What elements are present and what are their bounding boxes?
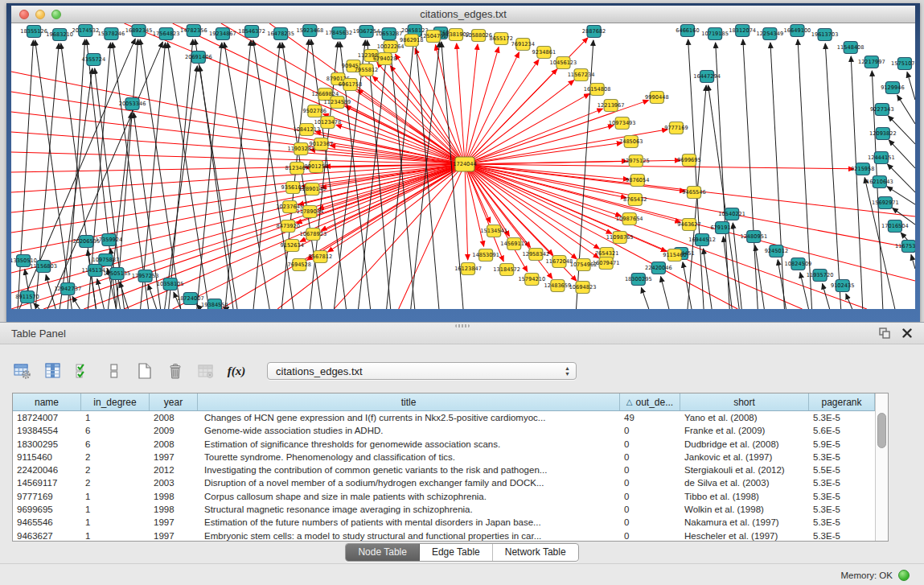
graph-node-yellow[interactable]: 9990448 [645, 92, 668, 104]
table-row[interactable]: 1830029562008Estimation of significance … [13, 438, 888, 451]
graph-node-teal[interactable]: 4355724 [82, 54, 105, 66]
tab-edge-table[interactable]: Edge Table [420, 544, 493, 561]
graph-node-teal[interactable]: 16210643 [866, 176, 893, 188]
graph-node-yellow[interactable]: 9699695 [677, 154, 700, 167]
graph-node-teal[interactable]: 14782356 [180, 25, 207, 37]
minimize-window-button[interactable] [35, 10, 45, 19]
select-all-columns-icon[interactable] [72, 360, 95, 382]
graph-node-yellow[interactable]: 14853091 [472, 249, 499, 262]
graph-node-yellow[interactable]: 13184572 [493, 264, 520, 276]
column-header-in-degree[interactable]: in_degree [81, 393, 150, 410]
table-vertical-scrollbar[interactable] [875, 393, 888, 541]
graph-node-yellow[interactable]: 8765432 [623, 194, 647, 206]
memory-ok-indicator[interactable] [898, 570, 910, 581]
table-row[interactable]: 1456911722003Disruption of a novel membe… [13, 476, 888, 489]
graph-node-teal[interactable]: 11548408 [837, 42, 864, 54]
graph-hub-node[interactable]: 1724044 [453, 157, 476, 171]
table-row[interactable]: 911546021997Tourette syndrome. Phenomeno… [13, 451, 888, 463]
graph-node-teal[interactable]: 12093822 [869, 128, 897, 140]
column-header-year[interactable]: year [150, 393, 198, 410]
graph-node-teal[interactable]: 12444151 [868, 152, 895, 164]
graph-node-teal[interactable]: 12254349 [756, 28, 783, 40]
graph-node-teal[interactable]: 18724007 [177, 293, 204, 305]
graph-node-teal[interactable]: 17016504 [881, 220, 909, 233]
table-row[interactable]: 969969511998Structural magnetic resonanc… [13, 503, 888, 516]
function-builder-icon[interactable]: f(x) [225, 360, 248, 382]
graph-node-yellow[interactable]: 12483659 [544, 280, 572, 292]
column-header-pagerank[interactable]: pagerank [809, 393, 875, 410]
graph-node-teal[interactable]: 9129946 [881, 82, 904, 94]
graph-node-teal[interactable]: 18312074 [729, 25, 756, 37]
table-row[interactable]: 946362711997Embryonic stem cells: a mode… [13, 529, 888, 542]
graph-node-yellow[interactable]: 16154808 [584, 84, 611, 96]
graph-node-teal[interactable]: 12480951 [740, 231, 767, 243]
graph-node-teal[interactable]: 19384554 [201, 299, 228, 310]
graph-node-teal[interactable]: 15923468 [296, 25, 323, 37]
delete-column-trash-icon[interactable] [164, 360, 187, 382]
panel-drag-handle[interactable] [455, 324, 470, 328]
graph-node-yellow[interactable]: 10694823 [569, 282, 597, 294]
graph-node-teal[interactable]: 10540221 [718, 208, 745, 220]
graph-node-teal[interactable]: 18300295 [625, 274, 652, 286]
column-header-name[interactable]: name [13, 393, 81, 410]
table-selector-dropdown[interactable]: citations_edges.txt ▲▼ [267, 362, 577, 380]
graph-node-teal[interactable]: 19613703 [811, 29, 839, 41]
graph-node-yellow[interactable]: 9465546 [682, 187, 705, 199]
graph-node-yellow[interactable]: 8655172 [489, 33, 512, 45]
zoom-window-button[interactable] [51, 10, 61, 19]
graph-node-teal[interactable]: 10824509 [785, 258, 812, 270]
table-row[interactable]: 1938455462009Genome-wide association stu… [13, 424, 888, 437]
graph-node-yellow[interactable]: 7691234 [511, 39, 535, 51]
network-canvas[interactable]: 1835512619683210201745321537824616892345… [11, 23, 915, 309]
tab-network-table[interactable]: Network Table [493, 544, 578, 561]
graph-node-yellow[interactable]: 11672048 [546, 256, 573, 268]
graph-node-yellow[interactable]: 15794210 [518, 274, 545, 286]
column-header-title[interactable]: title [198, 393, 620, 410]
graph-node-teal[interactable]: 17845632 [326, 27, 353, 39]
close-panel-icon[interactable] [900, 326, 914, 340]
window-titlebar[interactable]: citations_edges.txt [11, 6, 915, 23]
table-row[interactable]: 977716911998Corpus callosum shape and si… [13, 490, 888, 503]
graph-node-yellow[interactable]: 9234861 [532, 47, 556, 59]
graph-node-yellow[interactable]: 10973493 [609, 117, 636, 130]
graph-node-teal[interactable]: 15378246 [98, 28, 125, 40]
column-header-short[interactable]: short [680, 393, 809, 410]
graph-node-teal[interactable]: 12217997 [858, 56, 885, 68]
graph-node-yellow[interactable]: 12975125 [622, 155, 650, 167]
column-header-out-degree[interactable]: △ out_de... [620, 393, 680, 410]
graph-node-teal[interactable]: 16649100 [784, 25, 811, 37]
graph-node-teal[interactable]: 15751074 [891, 58, 915, 70]
graph-node-teal[interactable]: 16892345 [125, 25, 153, 37]
graph-node-teal[interactable]: 17957253 [132, 270, 159, 282]
graph-node-yellow[interactable]: 9777169 [664, 122, 688, 134]
graph-node-teal[interactable]: 19683210 [46, 29, 73, 41]
graph-node-teal[interactable]: 17564823 [153, 28, 180, 40]
table-settings-icon[interactable] [11, 360, 34, 382]
float-panel-icon[interactable] [877, 326, 892, 340]
graph-node-teal[interactable]: 2887682 [582, 26, 606, 38]
create-table-icon[interactable] [133, 360, 156, 382]
graph-node-teal[interactable]: 6791918 [710, 222, 733, 234]
tab-node-table[interactable]: Node Table [346, 544, 420, 561]
scrollbar-thumb[interactable] [877, 413, 886, 448]
graph-node-teal[interactable]: 8215958 [851, 163, 874, 175]
table-row[interactable]: 1872400712008Changes of HCN gene express… [13, 411, 888, 424]
graph-node-teal[interactable]: 6466160 [676, 25, 699, 37]
graph-node-teal[interactable]: 16447294 [693, 71, 721, 83]
graph-node-teal[interactable]: 10719185 [701, 28, 729, 40]
graph-node-teal[interactable]: 9102435 [831, 280, 854, 292]
delete-table-icon-disabled[interactable] [195, 360, 217, 382]
table-row[interactable]: 946554611997Estimation of the future num… [13, 516, 888, 529]
graph-node-teal[interactable]: 20691406 [185, 51, 212, 64]
graph-node-teal[interactable]: 20053346 [119, 98, 146, 110]
graph-node-yellow[interactable]: 14569117 [500, 238, 528, 250]
graph-node-yellow[interactable]: 10456123 [550, 57, 577, 69]
graph-node-teal[interactable]: 11675309 [895, 241, 915, 253]
graph-node-teal[interactable]: 20174532 [72, 25, 99, 37]
graph-node-yellow[interactable]: 10987654 [616, 213, 643, 225]
graph-node-yellow[interactable]: 9567812 [309, 251, 332, 263]
show-column-icon[interactable] [42, 360, 64, 382]
graph-node-yellow[interactable]: 16123847 [454, 263, 482, 275]
graph-node-teal[interactable]: 15692971 [872, 197, 899, 209]
table-row[interactable]: 2242004622012Investigating the contribut… [13, 463, 888, 476]
